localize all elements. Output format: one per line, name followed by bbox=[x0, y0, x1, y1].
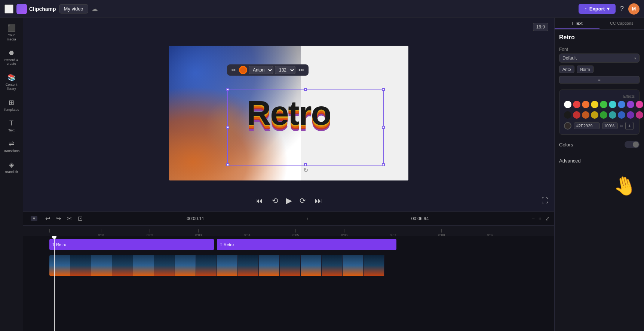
film-frame bbox=[217, 255, 238, 276]
split-button[interactable]: ✂ bbox=[66, 214, 73, 223]
advanced-section: Advanced bbox=[555, 154, 644, 167]
record-icon: ⏺ bbox=[8, 49, 15, 57]
film-frame bbox=[280, 255, 301, 276]
color-swatch-dark-dark-blue[interactable] bbox=[618, 111, 625, 119]
color-swatch-orange[interactable] bbox=[582, 101, 589, 108]
font-name-button[interactable]: Anto bbox=[559, 66, 574, 73]
font-name-select[interactable]: Anton bbox=[249, 66, 273, 74]
export-label: Export bbox=[589, 6, 605, 12]
advanced-label: Advanced bbox=[559, 158, 581, 164]
tab-text-label: Text bbox=[575, 21, 582, 25]
sidebar-item-label: Transitions bbox=[3, 149, 20, 153]
tab-captions[interactable]: CC Captions bbox=[599, 18, 644, 29]
color-swatch-dark-dark-red[interactable] bbox=[573, 111, 580, 119]
add-color-button[interactable]: + bbox=[625, 122, 634, 130]
colors-section: Colors bbox=[555, 138, 644, 154]
color-swatch-dark-dark-orange[interactable] bbox=[582, 111, 589, 119]
eyedropper-button[interactable]: ⌗ bbox=[620, 123, 623, 129]
redo-button[interactable]: ↪ bbox=[55, 214, 62, 223]
color-swatch-dark-dark-yellow[interactable] bbox=[591, 111, 598, 119]
color-swatch-dark-dark-pink[interactable] bbox=[636, 111, 643, 119]
main-area: ⬛ Your media ⏺ Record & create 📚 Content… bbox=[0, 18, 644, 331]
color-swatch-red[interactable] bbox=[573, 101, 580, 108]
zoom-out-button[interactable]: − bbox=[532, 216, 535, 222]
color-swatch-pink[interactable] bbox=[636, 101, 643, 108]
timeline-toolbar: ▼ ↩ ↪ ✂ ⊡ 00:00.11 / 00:06.94 − + ⤢ bbox=[23, 212, 554, 226]
fast-forward-button[interactable]: ⟳ bbox=[298, 195, 307, 207]
color-toggle-thumb bbox=[633, 142, 639, 148]
transitions-icon: ⇌ bbox=[9, 140, 14, 148]
undo-button[interactable]: ↩ bbox=[44, 214, 51, 223]
fullscreen-button[interactable]: ⛶ bbox=[542, 197, 548, 205]
color-swatch-purple[interactable] bbox=[627, 101, 634, 108]
content-library-icon: 📚 bbox=[7, 73, 16, 82]
opacity-input[interactable] bbox=[602, 122, 618, 129]
text-color-swatch[interactable] bbox=[239, 66, 247, 74]
text-clip-1[interactable]: T Retro bbox=[49, 239, 214, 250]
ruler-mark-3: 0:03 bbox=[195, 229, 202, 236]
sidebar-item-templates[interactable]: ⊞ Templates bbox=[1, 95, 22, 115]
more-options-button[interactable]: ••• bbox=[297, 66, 306, 74]
timeline-time: 00:00.11 bbox=[187, 216, 204, 221]
sidebar-item-your-media[interactable]: ⬛ Your media bbox=[1, 21, 22, 45]
hex-input[interactable] bbox=[574, 122, 600, 129]
font-style-button[interactable]: Norm bbox=[577, 66, 594, 73]
font-style-dropdown[interactable]: Default bbox=[559, 54, 640, 63]
track-content[interactable]: T Retro T Retro bbox=[49, 238, 554, 253]
edit-text-button[interactable]: ✏ bbox=[230, 66, 237, 74]
ruler-mark-8: 0:08 bbox=[438, 229, 445, 236]
skip-to-end-button[interactable]: ⏭ bbox=[313, 195, 324, 207]
project-name-button[interactable]: My video bbox=[59, 4, 88, 13]
color-swatch-dark-dark-green[interactable] bbox=[600, 111, 607, 119]
ruler-mark-9: 0:09 bbox=[487, 229, 494, 236]
color-swatch-white[interactable] bbox=[564, 101, 571, 108]
sidebar-item-record-create[interactable]: ⏺ Record & create bbox=[1, 46, 22, 69]
sidebar-item-text[interactable]: T Text bbox=[1, 116, 22, 136]
menu-button[interactable] bbox=[4, 4, 13, 13]
film-frame bbox=[364, 255, 384, 276]
tab-text[interactable]: T Text bbox=[555, 18, 599, 29]
smoke-hand bbox=[205, 100, 248, 154]
center-column: 16:9 Retro bbox=[23, 18, 554, 331]
font-size-select[interactable]: 132 bbox=[275, 66, 295, 74]
color-swatch-yellow[interactable] bbox=[591, 101, 598, 108]
sidebar-item-brand-kit[interactable]: ◈ Brand kit bbox=[1, 158, 22, 177]
help-button[interactable]: ? bbox=[620, 5, 624, 13]
rewind-button[interactable]: ⟲ bbox=[270, 195, 280, 207]
video-controls: ⏮ ⟲ ▶ ⟳ ⏭ bbox=[254, 190, 324, 211]
tab-captions-label: Captions bbox=[617, 21, 633, 25]
color-swatch-green[interactable] bbox=[600, 101, 607, 108]
sidebar-item-content-library[interactable]: 📚 Content library bbox=[1, 70, 22, 94]
video-track-content[interactable] bbox=[49, 255, 554, 276]
skip-to-start-button[interactable]: ⏮ bbox=[254, 195, 264, 207]
zoom-in-button[interactable]: + bbox=[539, 216, 542, 222]
font-style-value: Default bbox=[562, 55, 577, 61]
topbar: Clipchamp My video ☁ ↑ Export ▾ ? M bbox=[0, 0, 644, 18]
aspect-ratio-badge: 16:9 bbox=[533, 23, 548, 31]
brand-kit-icon: ◈ bbox=[9, 161, 14, 169]
export-button[interactable]: ↑ Export ▾ bbox=[579, 4, 616, 14]
time-separator: / bbox=[307, 216, 308, 221]
color-swatch-dark-dark-teal[interactable] bbox=[609, 111, 616, 119]
cursor-hand-icon: 🤚 bbox=[611, 173, 639, 200]
color-swatch-dark-black[interactable] bbox=[564, 111, 571, 119]
align-left-button[interactable]: ≡ bbox=[559, 76, 640, 83]
color-swatch-dark-dark-purple[interactable] bbox=[627, 111, 634, 119]
panel-title: Retro bbox=[555, 30, 644, 44]
sidebar-item-transitions[interactable]: ⇌ Transitions bbox=[1, 137, 22, 156]
timeline-expand-button[interactable]: ▼ bbox=[31, 216, 37, 221]
text-icon: T bbox=[9, 119, 13, 127]
text-clip-2[interactable]: T Retro bbox=[217, 239, 396, 250]
play-button[interactable]: ▶ bbox=[286, 196, 292, 206]
retro-text[interactable]: Retro bbox=[246, 96, 331, 130]
color-toggle[interactable] bbox=[625, 141, 640, 148]
film-frame bbox=[259, 255, 280, 276]
color-circle-current[interactable] bbox=[564, 122, 571, 130]
color-swatch-teal[interactable] bbox=[609, 101, 616, 108]
color-swatch-blue[interactable] bbox=[618, 101, 625, 108]
canvas-container[interactable]: Retro ↻ bbox=[23, 36, 554, 190]
fit-timeline-button[interactable]: ⤢ bbox=[545, 216, 550, 222]
video-filmstrip bbox=[49, 255, 396, 276]
magnet-button[interactable]: ⊡ bbox=[77, 214, 84, 223]
app-logo: Clipchamp bbox=[16, 4, 56, 14]
